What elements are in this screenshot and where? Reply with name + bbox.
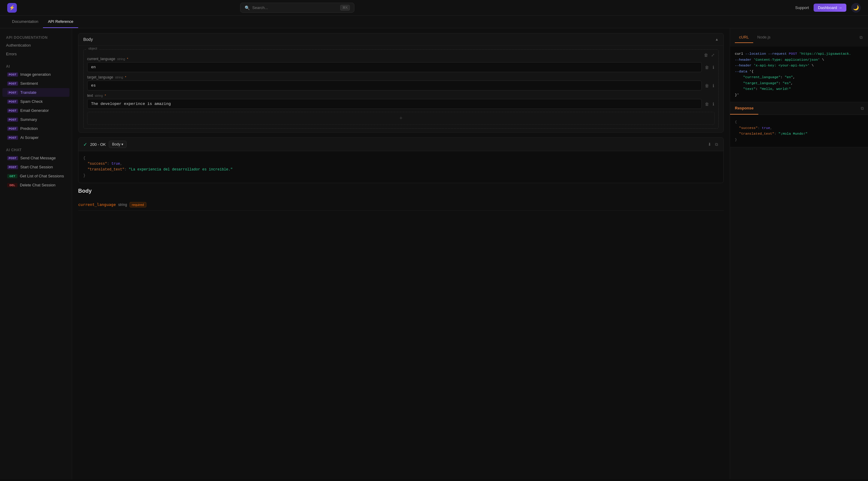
body-desc-title: Body [78, 188, 724, 194]
search-shortcut: ⌘K [340, 5, 350, 10]
method-badge-post: POST [7, 118, 18, 122]
param-row-current-language: current_language string required [78, 199, 724, 211]
expand-object-button[interactable]: ⤢ [711, 52, 715, 58]
field-input-current-language[interactable] [87, 62, 702, 72]
search-input[interactable] [252, 5, 338, 10]
download-response-button[interactable]: ⬇ [707, 141, 712, 148]
sidebar-item-spam-check[interactable]: POST Spam Check [2, 97, 69, 106]
method-badge-post: POST [7, 82, 18, 86]
search-icon: 🔍 [245, 5, 250, 10]
content-area: Body ▲ object 🗑 ⤢ current_language strin… [72, 28, 730, 479]
method-badge-get: GET [7, 174, 18, 178]
field-name-text: text [87, 93, 93, 98]
body-description: Body current_language string required [78, 188, 724, 211]
field-required-text: * [104, 94, 106, 97]
moon-icon: 🌙 [853, 5, 859, 10]
method-badge-post: POST [7, 109, 18, 113]
chevron-up-icon: ▲ [715, 37, 719, 41]
sidebar-item-email-generator[interactable]: POST Email Generator [2, 106, 69, 115]
response-code-block: { "success": true, "translated_text": "L… [79, 151, 723, 183]
status-code: 200 - OK [90, 142, 106, 147]
field-type-text: string [95, 94, 103, 97]
delete-field-target-language[interactable]: 🗑 [704, 83, 710, 89]
tab-nodejs[interactable]: Node.js [753, 32, 775, 43]
copy-response-right-button[interactable]: ⧉ [860, 105, 864, 112]
info-field-target-language[interactable]: ℹ [712, 83, 715, 89]
nav-right: Support Dashboard → 🌙 [795, 3, 861, 12]
field-required-current-language: * [127, 57, 128, 61]
search-bar[interactable]: 🔍 ⌘K [240, 3, 354, 12]
field-current-language: current_language string * 🗑 ℹ [87, 57, 715, 72]
sidebar: API Documentation Authentication Errors … [0, 28, 72, 479]
response-section: ✓ 200 - OK Body ▾ ⬇ ⧉ { "success": true,… [78, 138, 724, 183]
right-panel: cURL Node.js ⧉ curl --location --request… [730, 28, 868, 479]
theme-toggle-button[interactable]: 🌙 [851, 3, 861, 12]
delete-object-button[interactable]: 🗑 [703, 52, 709, 58]
status-success-icon: ✓ [83, 142, 87, 147]
method-badge-post: POST [7, 72, 18, 77]
tab-curl[interactable]: cURL [735, 32, 753, 43]
info-field-text[interactable]: ℹ [712, 101, 715, 107]
sidebar-item-errors[interactable]: Errors [0, 50, 72, 58]
delete-field-current-language[interactable]: 🗑 [704, 64, 710, 70]
main-layout: API Documentation Authentication Errors … [0, 28, 868, 479]
field-name-current-language: current_language [87, 57, 115, 61]
dashboard-button[interactable]: Dashboard → [814, 4, 846, 12]
info-field-current-language[interactable]: ℹ [712, 64, 715, 70]
field-type-target-language: string [115, 76, 123, 79]
sidebar-chat-section: AI Chat [0, 146, 72, 153]
method-badge-post: POST [7, 99, 18, 104]
logo-icon: ⚡ [9, 5, 15, 10]
curl-code-block: curl --location --request POST 'https://… [730, 47, 868, 102]
sidebar-item-authentication[interactable]: Authentication [0, 41, 72, 50]
delete-field-text[interactable]: 🗑 [704, 101, 710, 107]
body-section: Body ▲ object 🗑 ⤢ current_language strin… [78, 33, 724, 132]
response-right-section: Response ⧉ { "success": true, "translate… [730, 102, 868, 147]
tab-api-reference[interactable]: API Reference [43, 16, 78, 28]
param-type-current-language: string [118, 203, 127, 207]
method-badge-post: POST [7, 126, 18, 131]
tab-documentation[interactable]: Documentation [7, 16, 43, 28]
sidebar-item-summary[interactable]: POST Summary [2, 115, 69, 124]
subnav: Documentation API Reference [0, 16, 868, 28]
method-badge-post: POST [7, 136, 18, 140]
copy-response-button[interactable]: ⧉ [714, 141, 719, 148]
sidebar-item-send-chat-message[interactable]: POST Send Chat Message [2, 154, 69, 162]
field-target-language: target_language string * 🗑 ℹ [87, 75, 715, 90]
sidebar-item-start-chat-session[interactable]: POST Start Chat Session [2, 163, 69, 171]
method-badge-post: POST [7, 90, 18, 95]
body-format-dropdown[interactable]: Body ▾ [109, 141, 127, 148]
sidebar-section-title: API Documentation [0, 33, 72, 41]
object-actions: 🗑 ⤢ [703, 52, 715, 58]
code-section: cURL Node.js ⧉ curl --location --request… [730, 28, 868, 102]
sidebar-item-sentiment[interactable]: POST Sentiment [2, 79, 69, 88]
body-section-title: Body [83, 37, 93, 42]
sidebar-item-image-generation[interactable]: POST Image generation [2, 70, 69, 79]
object-label: object [87, 47, 99, 50]
param-name-current-language: current_language [78, 202, 116, 207]
sidebar-item-get-list-chat-sessions[interactable]: GET Get List of Chat Sessions [2, 172, 69, 180]
object-container: object 🗑 ⤢ current_language string * 🗑 [83, 49, 719, 129]
param-required-badge: required [129, 202, 146, 207]
sidebar-item-delete-chat-session[interactable]: DEL Delete Chat Session [2, 181, 69, 189]
support-link[interactable]: Support [795, 5, 809, 10]
sidebar-item-prediction[interactable]: POST Prediction [2, 124, 69, 133]
copy-code-button[interactable]: ⧉ [859, 34, 863, 40]
sidebar-item-translate[interactable]: POST Translate [2, 88, 69, 97]
field-text: text string * 🗑 ℹ [87, 93, 715, 109]
method-badge-post: POST [7, 165, 18, 169]
response-header: ✓ 200 - OK Body ▾ ⬇ ⧉ [79, 138, 723, 151]
response-label: Response [730, 102, 758, 115]
method-badge-delete: DEL [7, 183, 18, 187]
field-input-target-language[interactable] [87, 81, 702, 90]
field-input-text[interactable] [87, 99, 702, 109]
topnav: ⚡ 🔍 ⌘K Support Dashboard → 🌙 [0, 0, 868, 16]
add-field-button[interactable]: + [87, 112, 715, 125]
field-type-current-language: string [117, 57, 125, 61]
chevron-down-icon: ▾ [121, 142, 123, 146]
body-section-header: Body ▲ [79, 33, 723, 46]
field-required-target-language: * [125, 76, 126, 79]
sidebar-item-ai-scraper[interactable]: POST Ai Scraper [2, 133, 69, 142]
method-badge-post: POST [7, 156, 18, 160]
logo: ⚡ [7, 3, 17, 12]
